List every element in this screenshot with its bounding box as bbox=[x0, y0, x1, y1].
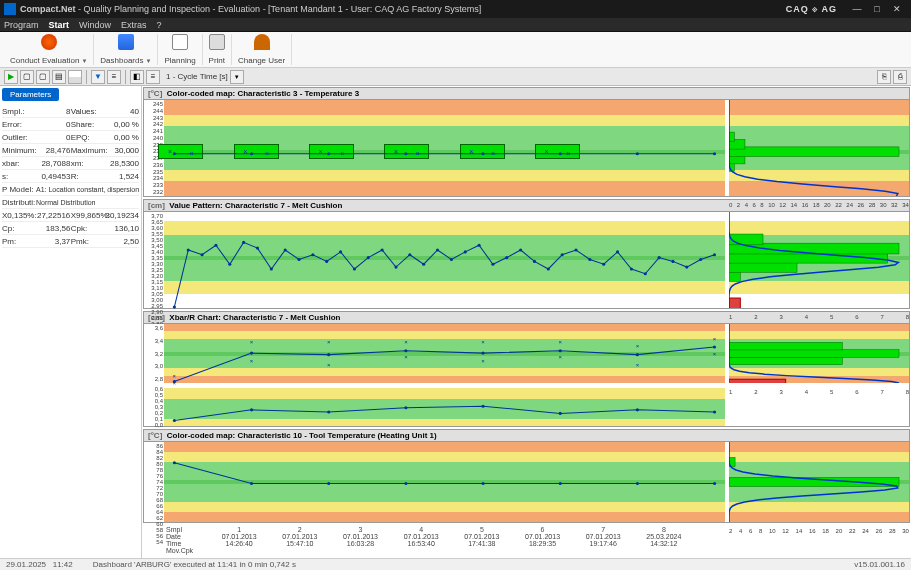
ribbon-change-user[interactable]: Change User bbox=[232, 34, 292, 65]
parameters-tab[interactable]: Parameters bbox=[2, 88, 59, 101]
param-row: Cp:183,56Cpk:136,10 bbox=[2, 222, 139, 235]
svg-point-65 bbox=[636, 353, 639, 356]
export-button[interactable]: ⎘ bbox=[877, 70, 891, 84]
menu-extras[interactable]: Extras bbox=[121, 20, 147, 30]
svg-point-60 bbox=[250, 352, 253, 355]
param-row: X0,135%:27,22516X99,865%:30,19234 bbox=[2, 209, 139, 222]
svg-point-34 bbox=[464, 250, 467, 253]
svg-point-82 bbox=[404, 482, 407, 485]
svg-point-27 bbox=[367, 256, 370, 259]
svg-point-45 bbox=[616, 250, 619, 253]
main-area: Parameters Smpl.:8Values:40Error:0Share:… bbox=[0, 86, 911, 558]
param-row: s:0,49453R:1,524 bbox=[2, 170, 139, 183]
cycle-selector[interactable]: 1 - Cycle Time [s] bbox=[166, 72, 228, 81]
chevron-down-icon: ▼ bbox=[145, 58, 151, 64]
svg-point-49 bbox=[671, 260, 674, 263]
svg-point-40 bbox=[547, 267, 550, 270]
minimize-button[interactable]: — bbox=[847, 4, 867, 14]
svg-point-7 bbox=[713, 152, 716, 155]
svg-point-31 bbox=[422, 263, 425, 266]
svg-rect-58 bbox=[729, 234, 763, 245]
svg-point-14 bbox=[187, 248, 190, 251]
svg-point-33 bbox=[450, 258, 453, 261]
svg-point-24 bbox=[325, 260, 328, 263]
svg-point-37 bbox=[505, 256, 508, 259]
dashboard-icon bbox=[118, 34, 134, 50]
tool-btn-1[interactable]: ▢ bbox=[20, 70, 34, 84]
svg-point-30 bbox=[408, 253, 411, 256]
param-row: Error:0Share:0,00 % bbox=[2, 118, 139, 131]
print-small-button[interactable]: ⎙ bbox=[893, 70, 907, 84]
svg-point-23 bbox=[311, 253, 314, 256]
menu-help[interactable]: ? bbox=[157, 20, 162, 30]
planning-icon bbox=[172, 34, 188, 50]
svg-point-18 bbox=[242, 241, 245, 244]
svg-point-67 bbox=[173, 419, 176, 422]
ribbon-planning[interactable]: Planning bbox=[158, 34, 202, 65]
param-row: Pm:3,37Pmk:2,50 bbox=[2, 235, 139, 248]
svg-point-4 bbox=[481, 152, 484, 155]
charts-panel: [°C] Color-coded map: Characteristic 3 -… bbox=[142, 86, 911, 558]
ribbon-dashboards[interactable]: Dashboards▼ bbox=[94, 34, 158, 65]
svg-point-35 bbox=[478, 244, 481, 247]
svg-point-2 bbox=[327, 152, 330, 155]
chart-block: [cm] Value Pattern: Characteristic 7 - M… bbox=[143, 199, 910, 309]
svg-point-3 bbox=[404, 152, 407, 155]
svg-point-50 bbox=[685, 266, 688, 269]
svg-point-71 bbox=[482, 405, 485, 408]
svg-point-42 bbox=[574, 248, 577, 251]
tool-btn-7[interactable]: ≡ bbox=[146, 70, 160, 84]
svg-rect-53 bbox=[729, 298, 740, 308]
tool-btn-grid[interactable] bbox=[68, 70, 82, 84]
tool-btn-5[interactable]: ≡ bbox=[107, 70, 121, 84]
ribbon-print[interactable]: Print bbox=[203, 34, 232, 65]
filter-button[interactable]: ▼ bbox=[91, 70, 105, 84]
svg-point-15 bbox=[201, 253, 204, 256]
ribbon: Conduct Evaluation▼ Dashboards▼ Planning… bbox=[0, 32, 911, 68]
chart-block: [°C] Color-coded map: Characteristic 10 … bbox=[143, 429, 910, 523]
svg-point-20 bbox=[270, 267, 273, 270]
maximize-button[interactable]: □ bbox=[867, 4, 887, 14]
svg-point-5 bbox=[559, 152, 562, 155]
brand-logo: CAQ ⟐ AG bbox=[786, 4, 837, 14]
chart-block: [°C] Color-coded map: Characteristic 3 -… bbox=[143, 87, 910, 197]
svg-point-22 bbox=[297, 258, 300, 261]
menu-program[interactable]: Program bbox=[4, 20, 39, 30]
svg-point-69 bbox=[327, 410, 330, 413]
svg-rect-12 bbox=[729, 132, 734, 142]
svg-point-70 bbox=[404, 406, 407, 409]
statusbar: 29.01.2025 11:42 Dashboard 'ARBURG' exec… bbox=[0, 558, 911, 570]
svg-rect-10 bbox=[729, 147, 899, 157]
svg-point-52 bbox=[713, 253, 716, 256]
status-date: 29.01.2025 bbox=[6, 560, 46, 569]
svg-point-26 bbox=[353, 267, 356, 270]
svg-point-38 bbox=[519, 248, 522, 251]
tool-btn-3[interactable]: ▤ bbox=[52, 70, 66, 84]
cycle-dropdown[interactable]: ▼ bbox=[230, 70, 244, 84]
chart-title: [°C] Color-coded map: Characteristic 10 … bbox=[144, 430, 909, 442]
play-button[interactable]: ▶ bbox=[4, 70, 18, 84]
svg-point-36 bbox=[491, 263, 494, 266]
svg-point-66 bbox=[713, 345, 716, 348]
svg-point-83 bbox=[482, 482, 485, 485]
parameter-grid: Smpl.:8Values:40Error:0Share:0,00 %Outli… bbox=[2, 105, 139, 248]
svg-point-43 bbox=[588, 258, 591, 261]
user-icon bbox=[254, 34, 270, 50]
close-button[interactable]: ✕ bbox=[887, 4, 907, 14]
evaluation-icon bbox=[41, 34, 57, 50]
tool-btn-2[interactable]: ▢ bbox=[36, 70, 50, 84]
svg-point-63 bbox=[481, 352, 484, 355]
svg-point-81 bbox=[327, 482, 330, 485]
svg-point-29 bbox=[394, 266, 397, 269]
svg-point-6 bbox=[636, 152, 639, 155]
param-row: Outlier:0EPQ:0,00 % bbox=[2, 131, 139, 144]
tool-btn-6[interactable]: ◧ bbox=[130, 70, 144, 84]
app-icon bbox=[4, 3, 16, 15]
chart-title: [°C] Color-coded map: Characteristic 3 -… bbox=[144, 88, 909, 100]
svg-rect-77 bbox=[729, 350, 899, 358]
ribbon-evaluation[interactable]: Conduct Evaluation▼ bbox=[4, 34, 94, 65]
svg-rect-75 bbox=[729, 379, 786, 383]
titlebar: Compact.Net - Quality Planning and Inspe… bbox=[0, 0, 911, 18]
menu-window[interactable]: Window bbox=[79, 20, 111, 30]
menu-start[interactable]: Start bbox=[49, 20, 70, 30]
